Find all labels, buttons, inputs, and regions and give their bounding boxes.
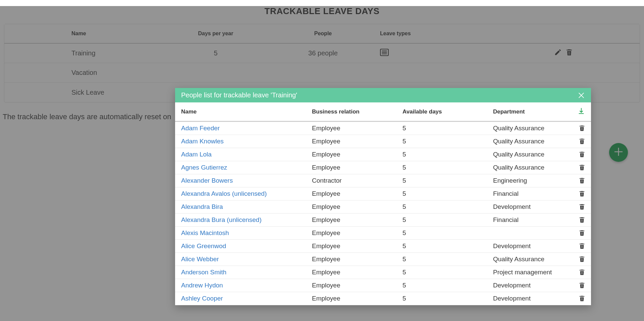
modal-col-relation: Business relation [312,108,402,115]
modal-title: People list for trackable leave 'Trainin… [181,91,297,99]
person-link[interactable]: Andrew Hydon [181,282,223,289]
trash-icon[interactable] [570,282,585,289]
person-relation: Employee [312,203,402,211]
trash-icon[interactable] [570,256,585,263]
person-department: Quality Assurance [493,125,570,132]
modal-row: Ashley CooperEmployee5Development [175,292,591,305]
person-link[interactable]: Anderson Smith [181,269,226,276]
person-department: Quality Assurance [493,256,570,263]
person-department: Quality Assurance [493,164,570,171]
trash-icon[interactable] [570,177,585,184]
modal-col-department: Department [493,108,570,115]
modal-row: Alexis MacintoshEmployee5 [175,227,591,240]
person-department: Financial [493,190,570,197]
person-days: 5 [402,242,493,250]
person-relation: Employee [312,295,402,302]
person-link[interactable]: Alexander Bowers [181,177,233,184]
person-days: 5 [402,216,493,224]
person-department: Development [493,295,570,302]
person-link[interactable]: Alexandra Bura (unlicensed) [181,216,262,223]
person-link[interactable]: Adam Knowles [181,138,224,145]
trash-icon[interactable] [570,151,585,158]
person-link[interactable]: Alice Webber [181,256,219,263]
person-relation: Employee [312,256,402,263]
trash-icon[interactable] [570,230,585,236]
person-days: 5 [402,229,493,237]
person-days: 5 [402,269,493,276]
person-link[interactable]: Alice Greenwod [181,242,226,249]
person-days: 5 [402,164,493,171]
modal-row: Alexandra Avalos (unlicensed)Employee5Fi… [175,187,591,200]
person-days: 5 [402,125,493,132]
person-department: Quality Assurance [493,138,570,145]
person-relation: Employee [312,138,402,145]
trash-icon[interactable] [570,125,585,132]
trash-icon[interactable] [570,295,585,302]
person-link[interactable]: Adam Feeder [181,125,220,132]
person-days: 5 [402,151,493,158]
person-days: 5 [402,138,493,145]
person-days: 5 [402,282,493,289]
person-days: 5 [402,177,493,184]
person-relation: Employee [312,216,402,224]
modal-row: Alexandra BiraEmployee5Development [175,200,591,214]
person-department: Financial [493,216,570,224]
person-link[interactable]: Alexandra Bira [181,203,223,210]
person-link[interactable]: Adam Lola [181,151,212,158]
person-department: Development [493,282,570,289]
trash-icon[interactable] [570,217,585,223]
person-link[interactable]: Ashley Cooper [181,295,223,302]
person-department: Development [493,242,570,250]
modal-row: Adam KnowlesEmployee5Quality Assurance [175,135,591,148]
person-link[interactable]: Alexandra Avalos (unlicensed) [181,190,267,197]
modal-header: People list for trackable leave 'Trainin… [175,88,591,102]
person-days: 5 [402,190,493,197]
modal-row: Adam FeederEmployee5Quality Assurance [175,122,591,135]
person-department: Quality Assurance [493,151,570,158]
modal-row: Alice WebberEmployee5Quality Assurance [175,253,591,266]
modal-row: Alexander BowersContractor5Engineering [175,174,591,187]
person-relation: Employee [312,269,402,276]
person-days: 5 [402,295,493,302]
trash-icon[interactable] [570,203,585,210]
person-department: Engineering [493,177,570,184]
trash-icon[interactable] [570,138,585,145]
modal-row: Alexandra Bura (unlicensed)Employee5Fina… [175,214,591,227]
people-list-modal: People list for trackable leave 'Trainin… [175,88,591,305]
modal-row: Alice GreenwodEmployee5Development [175,240,591,253]
person-relation: Employee [312,282,402,289]
person-relation: Contractor [312,177,402,184]
trash-icon[interactable] [570,164,585,171]
person-relation: Employee [312,164,402,171]
person-days: 5 [402,203,493,211]
trash-icon[interactable] [570,190,585,197]
modal-row: Anderson SmithEmployee5Project managemen… [175,266,591,279]
person-relation: Employee [312,229,402,237]
person-relation: Employee [312,151,402,158]
modal-row: Andrew HydonEmployee5Development [175,279,591,292]
person-link[interactable]: Agnes Gutierrez [181,164,227,171]
person-link[interactable]: Alexis Macintosh [181,229,229,236]
modal-rows-container: Adam FeederEmployee5Quality AssuranceAda… [175,122,591,305]
modal-col-name: Name [181,108,312,115]
person-relation: Employee [312,125,402,132]
close-icon[interactable] [578,92,585,99]
modal-col-days: Available days [402,108,493,115]
modal-row: Adam LolaEmployee5Quality Assurance [175,148,591,161]
download-icon[interactable] [570,107,585,116]
person-department: Development [493,203,570,211]
person-relation: Employee [312,190,402,197]
person-department: Project management [493,269,570,276]
trash-icon[interactable] [570,269,585,276]
person-days: 5 [402,256,493,263]
modal-table-header: Name Business relation Available days De… [175,102,591,122]
trash-icon[interactable] [570,243,585,249]
person-relation: Employee [312,242,402,250]
modal-row: Agnes GutierrezEmployee5Quality Assuranc… [175,161,591,174]
